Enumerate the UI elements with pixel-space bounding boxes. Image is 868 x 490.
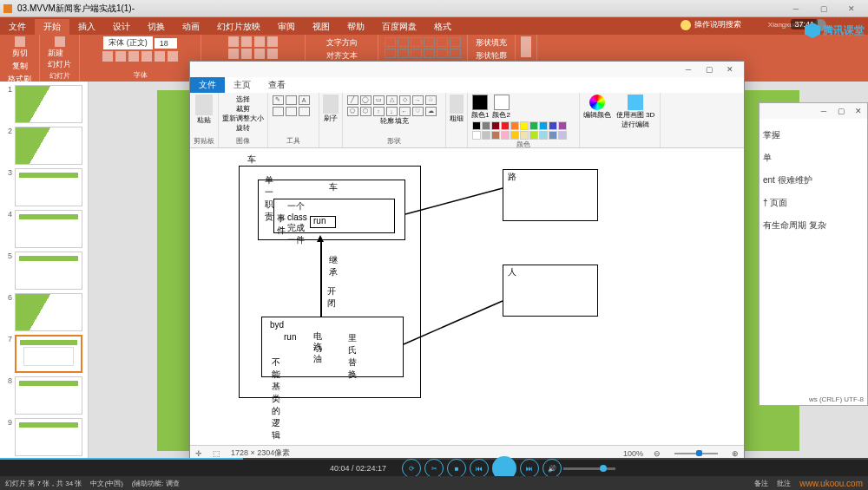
color-swatch[interactable] (529, 131, 538, 140)
comments-button[interactable]: 批注 (777, 479, 791, 488)
picker-icon[interactable] (286, 107, 297, 116)
minimize-button[interactable]: ─ (783, 1, 809, 16)
tab-file[interactable]: 文件 (0, 19, 35, 35)
color-swatch[interactable] (529, 121, 538, 130)
color1-swatch[interactable] (472, 95, 488, 110)
paint-window[interactable]: ─ ▢ ✕ 文件 主页 查看 粘贴 剪贴板 选择 裁剪 重新调整大小 旋转 图像… (189, 61, 745, 461)
paint-min[interactable]: ─ (678, 65, 699, 74)
shadow-button[interactable] (155, 51, 165, 62)
color-swatch[interactable] (472, 131, 481, 140)
np-max[interactable]: ▢ (832, 107, 850, 115)
color-swatch[interactable] (549, 131, 557, 140)
shape-icon[interactable]: ⬠ (347, 107, 358, 116)
slide-thumb-7[interactable]: 7 (2, 335, 86, 373)
slide-thumb-3[interactable]: 3 (2, 168, 86, 206)
close-button[interactable]: ✕ (838, 1, 865, 16)
np-min[interactable]: ─ (815, 107, 832, 115)
settings-icon[interactable]: ⟳ (402, 459, 421, 478)
paint3d-icon[interactable] (628, 95, 643, 110)
shape-icon[interactable] (424, 49, 435, 58)
italic-button[interactable] (115, 51, 126, 62)
color-swatch[interactable] (482, 121, 490, 130)
shape-icon[interactable]: ▭ (373, 95, 385, 105)
color-swatch[interactable] (510, 121, 519, 130)
shape-icon[interactable]: ← (399, 107, 411, 116)
tab-insert[interactable]: 插入 (69, 19, 104, 35)
color-swatch[interactable] (491, 131, 500, 140)
color2-swatch[interactable] (494, 95, 510, 110)
shape-icon[interactable] (411, 37, 422, 47)
shape-icon[interactable] (411, 49, 422, 58)
font-name-select[interactable]: 宋体 (正文) (103, 36, 153, 49)
fontcolor-button[interactable] (168, 51, 178, 62)
color-swatch[interactable] (539, 131, 548, 140)
shape-icon[interactable]: ☆ (425, 95, 437, 105)
cut-button[interactable]: 剪切 (10, 47, 30, 60)
color-swatch[interactable] (558, 121, 567, 130)
align-center-button[interactable] (241, 49, 252, 59)
shape-icon[interactable] (398, 37, 409, 47)
shape-icon[interactable] (424, 37, 435, 47)
paint-close[interactable]: ✕ (720, 65, 740, 74)
shape-icon[interactable] (398, 49, 409, 58)
np-close[interactable]: ✕ (850, 107, 867, 115)
shape-icon[interactable]: ↓ (386, 107, 398, 116)
color-swatch[interactable] (520, 131, 529, 140)
shape-icon[interactable] (450, 49, 461, 58)
slide-panel[interactable]: 12345678910 (0, 82, 89, 460)
volume-slider[interactable] (563, 467, 615, 470)
tab-design[interactable]: 设计 (104, 19, 139, 35)
shape-fill-button[interactable]: 形状填充 (473, 36, 510, 49)
color-swatch[interactable] (482, 131, 490, 140)
fill-button[interactable]: 填充 (395, 116, 409, 126)
numbering-button[interactable] (241, 36, 252, 47)
shape-icon[interactable]: ☁ (425, 107, 437, 116)
volume-button[interactable]: 🔊 (542, 459, 562, 478)
color-swatch[interactable] (491, 121, 500, 130)
replace-button[interactable] (521, 47, 531, 57)
tab-slideshow[interactable]: 幻灯片放映 (208, 19, 269, 35)
shape-icon[interactable]: ⬡ (360, 107, 372, 116)
paint-max[interactable]: ▢ (699, 65, 720, 74)
notepad-window[interactable]: ─▢✕ 掌握 单 ent 很难维护 † 页面 有生命周期 复杂 ws (CRLF… (759, 102, 868, 406)
crop-button[interactable]: 裁剪 (236, 104, 250, 114)
next-button[interactable]: ⏭ (520, 459, 539, 478)
paint-tab-view[interactable]: 查看 (260, 77, 294, 93)
strike-button[interactable] (141, 51, 152, 62)
align-left-button[interactable] (228, 49, 239, 59)
newslide-icon[interactable] (55, 36, 65, 47)
fill-icon[interactable] (286, 95, 297, 105)
shape-icon[interactable]: ╱ (347, 95, 358, 105)
slide-thumb-5[interactable]: 5 (2, 252, 86, 290)
tab-review[interactable]: 审阅 (269, 19, 304, 35)
shape-icon[interactable] (385, 49, 396, 58)
zoom-icon[interactable] (299, 107, 310, 116)
slide-thumb-4[interactable]: 4 (2, 210, 86, 248)
text-direction-button[interactable]: 文字方向 (324, 36, 360, 49)
bullets-button[interactable] (228, 36, 239, 47)
maximize-button[interactable]: ▢ (811, 1, 837, 16)
copy-button[interactable]: 复制 (10, 60, 30, 73)
shape-icon[interactable]: → (412, 95, 424, 105)
color-swatch[interactable] (472, 121, 481, 130)
stop-button[interactable]: ■ (447, 459, 466, 478)
shape-icon[interactable] (437, 49, 448, 58)
slide-thumb-8[interactable]: 8 (2, 376, 86, 415)
color-swatch[interactable] (549, 121, 557, 130)
tab-anim[interactable]: 动画 (174, 19, 208, 35)
outline-button[interactable]: 轮廓 (380, 116, 394, 126)
align-right-button[interactable] (254, 49, 265, 59)
indent-inc-button[interactable] (267, 36, 278, 47)
underline-button[interactable] (128, 51, 139, 62)
zoom-slider[interactable] (674, 453, 718, 454)
editcolors-icon[interactable] (589, 95, 605, 110)
paste-icon[interactable] (15, 36, 25, 47)
shape-icon[interactable]: ◯ (360, 95, 372, 105)
slide-thumb-2[interactable]: 2 (2, 127, 86, 165)
shape-icon[interactable]: ◇ (399, 95, 411, 105)
zoom-out[interactable]: ⊖ (654, 449, 661, 458)
tab-transition[interactable]: 切换 (139, 19, 174, 35)
brush-icon[interactable] (323, 95, 339, 114)
shape-icon[interactable] (437, 37, 448, 47)
paint-tab-file[interactable]: 文件 (190, 77, 225, 93)
